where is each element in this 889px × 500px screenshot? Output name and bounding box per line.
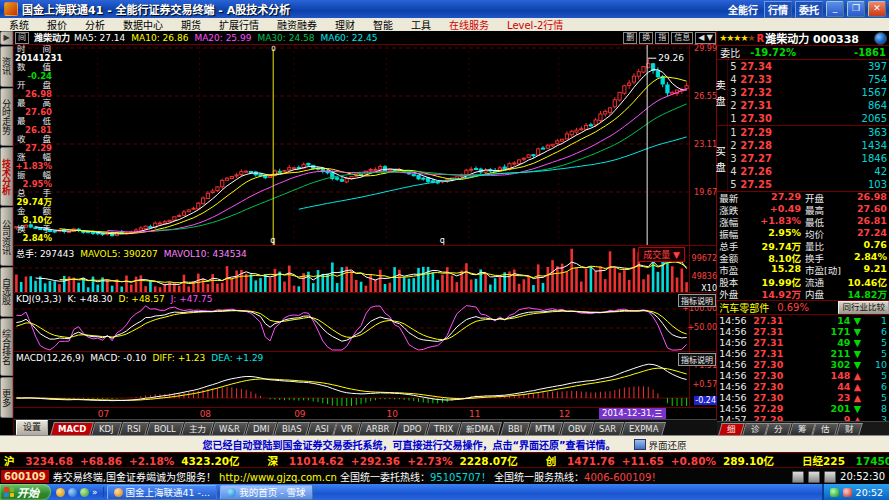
indicator-tab-macd[interactable]: MACD: [50, 422, 94, 436]
menu-item-3[interactable]: 数据中心: [114, 17, 172, 32]
menu-item-1[interactable]: 报价: [38, 17, 76, 32]
period-button[interactable]: 间: [15, 32, 29, 44]
indicator-tab-sar[interactable]: SAR: [591, 422, 624, 436]
quote-tab-5[interactable]: 财: [836, 423, 862, 435]
indicator-tab-asi[interactable]: ASI: [307, 422, 337, 436]
buy-row-5[interactable]: 527.25103: [717, 178, 889, 191]
indicator-tab-新dma[interactable]: 新DMA: [458, 422, 502, 436]
quicklaunch-icon-2[interactable]: [68, 488, 77, 497]
task-button-1[interactable]: 我的首页 - 雪球: [220, 485, 312, 500]
tick-row-7[interactable]: 14:5627.3023 ▲5: [717, 392, 889, 403]
indicator-tab-vr[interactable]: VR: [333, 422, 361, 436]
tick-row-5[interactable]: 14:5627.30148 ▲5: [717, 370, 889, 381]
titlebar-button-0[interactable]: 全能行: [725, 2, 761, 17]
task-button-0[interactable]: 国金上海联通41 -...: [107, 485, 218, 500]
sell-row-3[interactable]: 327.321567: [717, 86, 889, 99]
sidebar-tab-1[interactable]: 分时走势: [0, 88, 13, 147]
restore-window-button[interactable]: ❐: [847, 1, 865, 17]
chart-tool-button-0[interactable]: 删: [623, 32, 637, 44]
indicator-tab-dpo[interactable]: DPO: [394, 422, 428, 436]
close-button[interactable]: ✕: [868, 1, 886, 17]
quote-tab-4[interactable]: 估: [813, 423, 839, 435]
titlebar-button-2[interactable]: 委托: [795, 1, 823, 18]
indicator-tab-bbi[interactable]: BBI: [500, 422, 530, 436]
quote-tab-2[interactable]: 分: [766, 423, 792, 435]
sector-compare-button[interactable]: 同行业比较: [838, 301, 889, 314]
tick-row-3[interactable]: 14:5627.31211 ▼5: [717, 348, 889, 359]
bell-icon[interactable]: [808, 471, 820, 483]
indicator-tab-dmi[interactable]: DMI: [245, 422, 277, 436]
indicator-tab-rsi[interactable]: RSI: [119, 422, 149, 436]
tick-row-2[interactable]: 14:5627.3149 ▼5: [717, 337, 889, 348]
volume-pane[interactable]: 总手: 297443MAVOL5: 390207MAVOL10: 434534 …: [14, 245, 717, 293]
menu-item-2[interactable]: 分析: [76, 17, 114, 32]
indicator-tab-w&r[interactable]: W&R: [211, 422, 248, 436]
menu-item-11[interactable]: Level-2行情: [498, 17, 572, 32]
indicator-tab-主力[interactable]: 主力: [181, 422, 214, 436]
macd-note-button[interactable]: 指标说明: [678, 353, 716, 366]
indicator-tab-kdj[interactable]: KDJ: [91, 422, 122, 436]
indicator-tab-boll[interactable]: BOLL: [146, 422, 184, 436]
collapse-arrow-button[interactable]: ▶: [0, 31, 13, 45]
tray-icon-qq[interactable]: [843, 488, 852, 497]
quicklaunch-more[interactable]: »: [92, 487, 98, 497]
tick-row-4[interactable]: 14:5627.30302 ▼10: [717, 359, 889, 370]
chart-tool-button-1[interactable]: 换: [639, 32, 653, 44]
menu-item-4[interactable]: 期货: [172, 17, 210, 32]
quicklaunch-icon-1[interactable]: [56, 488, 65, 497]
menu-item-7[interactable]: 理财: [326, 17, 364, 32]
menu-item-9[interactable]: 工具: [402, 17, 440, 32]
sector-name[interactable]: 汽车零部件: [719, 300, 769, 315]
menu-item-6[interactable]: 融资融券: [268, 17, 326, 32]
sidebar-tab-2[interactable]: 技术分析: [0, 147, 13, 206]
indicator-tab-arbr[interactable]: ARBR: [358, 422, 397, 436]
menu-item-8[interactable]: 智能: [364, 17, 402, 32]
settings-button[interactable]: 设置: [16, 420, 48, 435]
quicklaunch-icon-3[interactable]: [80, 488, 89, 497]
calendar-icon[interactable]: [824, 471, 836, 483]
macd-pane[interactable]: MACD(12,26,9)MACD: -0.10DIFF: +1.23DEA: …: [14, 351, 717, 408]
tick-row-0[interactable]: 14:5627.3114 ▼1: [717, 315, 889, 326]
quote-tab-3[interactable]: 筹: [789, 423, 815, 435]
minimize-button[interactable]: _: [826, 1, 844, 17]
sidebar-tab-3[interactable]: 公司资讯: [0, 207, 13, 266]
tray-icon-messenger[interactable]: [830, 488, 839, 497]
tick-row-6[interactable]: 14:5627.3044 ▲6: [717, 381, 889, 392]
buy-row-1[interactable]: 127.29363: [717, 126, 889, 139]
tick-row-8[interactable]: 14:5627.29201 ▼8: [717, 403, 889, 414]
quote-tab-1[interactable]: 诊: [742, 423, 768, 435]
buy-row-4[interactable]: 427.2642: [717, 165, 889, 178]
tick-list[interactable]: 14:5627.3114 ▼114:5627.31171 ▼614:5627.3…: [717, 314, 889, 421]
indicator-tab-trix[interactable]: TRIX: [426, 422, 461, 436]
menu-item-5[interactable]: 扩展行情: [210, 17, 268, 32]
buy-row-2[interactable]: 227.281434: [717, 139, 889, 152]
indicator-tab-obv[interactable]: OBV: [560, 422, 594, 436]
sell-row-5[interactable]: 527.34397: [717, 60, 889, 73]
sidebar-tab-5[interactable]: 综合排名: [0, 318, 13, 377]
sidebar-tab-4[interactable]: 自选股: [0, 267, 13, 317]
sidebar-tab-0[interactable]: 资讯: [0, 46, 13, 87]
titlebar-button-1[interactable]: 行情: [764, 1, 792, 18]
quote-tab-0[interactable]: 细: [718, 423, 744, 435]
menu-item-0[interactable]: 系统: [0, 17, 38, 32]
kline-chart[interactable]: 0qq29.26: [14, 45, 689, 246]
sell-row-1[interactable]: 127.302065: [717, 112, 889, 125]
sidebar-tab-6[interactable]: 更多: [0, 377, 13, 418]
indicator-tab-expma[interactable]: EXPMA: [621, 422, 666, 436]
chart-arrows[interactable]: ◀ ▼: [695, 32, 716, 44]
kdj-pane[interactable]: KDJ(9,3,3)K: +48.30D: +48.57J: +47.75 指标…: [14, 292, 717, 352]
start-button[interactable]: 开始: [0, 484, 51, 500]
sell-row-2[interactable]: 227.31864: [717, 99, 889, 112]
volume-selector-dropdown[interactable]: 成交量 ▼: [638, 247, 685, 262]
printer-icon[interactable]: [792, 471, 804, 483]
title-bar[interactable]: 国金上海联通41 - 全能行证券交易终端 - A股技术分析 全能行行情委托_❐✕: [0, 0, 889, 18]
chart-tool-button-3[interactable]: 信息: [671, 32, 693, 44]
kdj-note-button[interactable]: 指标说明: [678, 294, 716, 307]
indicator-tab-bias[interactable]: BIAS: [274, 422, 310, 436]
main-kline-pane[interactable]: 0qq29.26 29.9926.5523.1119.67 时间20141231…: [14, 44, 717, 246]
indicator-tab-mtm[interactable]: MTM: [527, 422, 563, 436]
buy-row-3[interactable]: 327.271846: [717, 152, 889, 165]
sell-row-4[interactable]: 427.33754: [717, 73, 889, 86]
tick-row-1[interactable]: 14:5627.31171 ▼6: [717, 326, 889, 337]
menu-item-10[interactable]: 在线服务: [440, 17, 498, 32]
